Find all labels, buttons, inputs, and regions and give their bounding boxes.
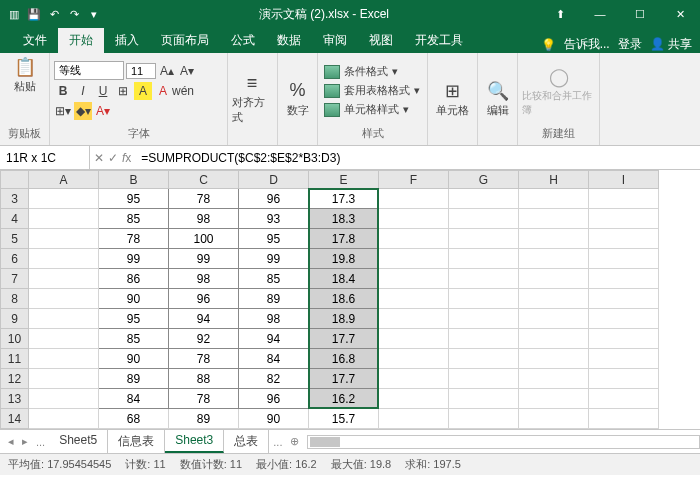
cell-D7[interactable]: 85 [239,269,309,289]
enter-formula-icon[interactable]: ✓ [108,151,118,165]
cell-A4[interactable] [29,209,99,229]
cell-C5[interactable]: 100 [169,229,239,249]
col-header-F[interactable]: F [379,171,449,189]
cell-G12[interactable] [449,369,519,389]
cell-I4[interactable] [589,209,659,229]
cell-F4[interactable] [379,209,449,229]
cell-I6[interactable] [589,249,659,269]
login-button[interactable]: 登录 [618,36,642,53]
row-header-3[interactable]: 3 [1,189,29,209]
cell-A7[interactable] [29,269,99,289]
cell-D6[interactable]: 99 [239,249,309,269]
cell-G9[interactable] [449,309,519,329]
bold-button[interactable]: B [54,82,72,100]
sheet-nav-next[interactable]: ▸ [18,435,32,448]
cell-F7[interactable] [379,269,449,289]
cell-E6[interactable]: 19.8 [309,249,379,269]
spreadsheet-grid[interactable]: ABCDEFGHI3 95 78 96 17.3 4 85 98 93 18.3… [0,170,700,429]
sheet-tab-信息表[interactable]: 信息表 [108,430,165,453]
cell-C8[interactable]: 96 [169,289,239,309]
cell-C6[interactable]: 99 [169,249,239,269]
italic-button[interactable]: I [74,82,92,100]
cell-I13[interactable] [589,389,659,409]
cell-B6[interactable]: 99 [99,249,169,269]
cell-D10[interactable]: 94 [239,329,309,349]
font-select[interactable]: 等线 [54,61,124,80]
cell-B3[interactable]: 95 [99,189,169,209]
cell-G4[interactable] [449,209,519,229]
cell-E4[interactable]: 18.3 [309,209,379,229]
increase-font-icon[interactable]: A▴ [158,62,176,80]
cell-C4[interactable]: 98 [169,209,239,229]
cell-F5[interactable] [379,229,449,249]
cell-C14[interactable]: 89 [169,409,239,429]
tab-file[interactable]: 文件 [12,28,58,53]
cell-D3[interactable]: 96 [239,189,309,209]
font-color-button[interactable]: A [154,82,172,100]
cell-I5[interactable] [589,229,659,249]
formula-bar[interactable]: =SUMPRODUCT($C$2:$E$2*B3:D3) [135,151,700,165]
row-header-8[interactable]: 8 [1,289,29,309]
col-header-D[interactable]: D [239,171,309,189]
cell-D13[interactable]: 96 [239,389,309,409]
cell-style-button[interactable]: 单元格样式 ▾ [322,101,422,118]
cell-I7[interactable] [589,269,659,289]
cell-B8[interactable]: 90 [99,289,169,309]
cell-F9[interactable] [379,309,449,329]
sheet-nav-more[interactable]: ... [32,436,49,448]
cell-E10[interactable]: 17.7 [309,329,379,349]
conditional-format-button[interactable]: 条件格式 ▾ [322,63,422,80]
ribbon-display-icon[interactable]: ⬆ [540,0,580,28]
cell-E8[interactable]: 18.6 [309,289,379,309]
fx-icon[interactable]: fx [122,151,131,165]
number-button[interactable]: % 数字 [282,79,313,118]
cell-C7[interactable]: 98 [169,269,239,289]
cell-I10[interactable] [589,329,659,349]
cell-F14[interactable] [379,409,449,429]
cell-B10[interactable]: 85 [99,329,169,349]
col-header-G[interactable]: G [449,171,519,189]
cell-B14[interactable]: 68 [99,409,169,429]
cell-D8[interactable]: 89 [239,289,309,309]
cell-A3[interactable] [29,189,99,209]
save-icon[interactable]: 💾 [26,6,42,22]
sheet-tab-Sheet5[interactable]: Sheet5 [49,430,108,453]
cell-I11[interactable] [589,349,659,369]
cell-H14[interactable] [519,409,589,429]
cell-H4[interactable] [519,209,589,229]
cell-A13[interactable] [29,389,99,409]
cell-D14[interactable]: 90 [239,409,309,429]
tab-home[interactable]: 开始 [58,28,104,53]
redo-icon[interactable]: ↷ [66,6,82,22]
row-header-11[interactable]: 11 [1,349,29,369]
tab-insert[interactable]: 插入 [104,28,150,53]
cell-F3[interactable] [379,189,449,209]
cell-H5[interactable] [519,229,589,249]
cell-E9[interactable]: 18.9 [309,309,379,329]
cell-H8[interactable] [519,289,589,309]
cell-C9[interactable]: 94 [169,309,239,329]
minimize-button[interactable]: — [580,0,620,28]
cell-B9[interactable]: 95 [99,309,169,329]
cells-button[interactable]: ⊞ 单元格 [432,79,472,118]
cell-C12[interactable]: 88 [169,369,239,389]
tab-data[interactable]: 数据 [266,28,312,53]
cell-E7[interactable]: 18.4 [309,269,379,289]
cell-B12[interactable]: 89 [99,369,169,389]
col-header-H[interactable]: H [519,171,589,189]
cell-E3[interactable]: 17.3 [309,189,379,209]
cell-E5[interactable]: 17.8 [309,229,379,249]
cell-F10[interactable] [379,329,449,349]
cell-H13[interactable] [519,389,589,409]
fill-color-button[interactable]: A [134,82,152,100]
border-menu[interactable]: ⊞▾ [54,102,72,120]
close-button[interactable]: ✕ [660,0,700,28]
cell-I9[interactable] [589,309,659,329]
col-header-B[interactable]: B [99,171,169,189]
new-sheet-button[interactable]: ⊕ [286,435,303,448]
cell-G5[interactable] [449,229,519,249]
cell-I12[interactable] [589,369,659,389]
cell-H6[interactable] [519,249,589,269]
cell-B11[interactable]: 90 [99,349,169,369]
cell-F13[interactable] [379,389,449,409]
